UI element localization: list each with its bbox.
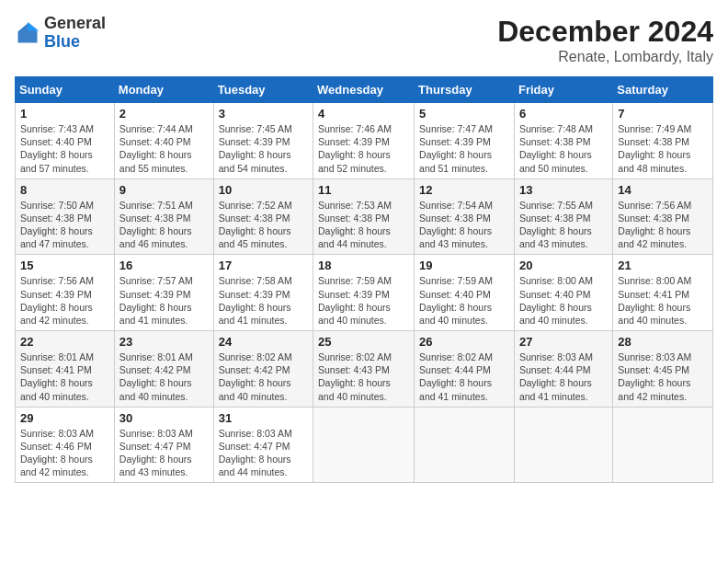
day-cell: 7Sunrise: 7:49 AMSunset: 4:38 PMDaylight… (613, 103, 713, 179)
day-detail: Sunrise: 7:56 AMSunset: 4:39 PMDaylight:… (20, 274, 109, 327)
day-detail: Sunrise: 7:52 AMSunset: 4:38 PMDaylight:… (219, 199, 308, 251)
column-header-wednesday: Wednesday (313, 77, 415, 103)
day-cell: 29Sunrise: 8:03 AMSunset: 4:46 PMDayligh… (16, 407, 115, 483)
day-number: 9 (119, 183, 209, 197)
day-cell: 2Sunrise: 7:44 AMSunset: 4:40 PMDaylight… (114, 103, 213, 179)
day-cell: 11Sunrise: 7:53 AMSunset: 4:38 PMDayligh… (313, 178, 415, 255)
week-row-3: 15Sunrise: 7:56 AMSunset: 4:39 PMDayligh… (16, 255, 713, 331)
logo-text: General Blue (44, 15, 106, 52)
day-cell: 28Sunrise: 8:03 AMSunset: 4:45 PMDayligh… (613, 331, 713, 408)
day-cell: 22Sunrise: 8:01 AMSunset: 4:41 PMDayligh… (16, 331, 115, 408)
week-row-2: 8Sunrise: 7:50 AMSunset: 4:38 PMDaylight… (16, 178, 713, 255)
week-row-4: 22Sunrise: 8:01 AMSunset: 4:41 PMDayligh… (16, 331, 713, 408)
day-number: 8 (20, 183, 109, 197)
day-number: 13 (519, 183, 608, 197)
month-title: December 2024 (497, 15, 713, 49)
day-number: 12 (419, 183, 509, 197)
day-detail: Sunrise: 7:44 AMSunset: 4:40 PMDaylight:… (119, 122, 209, 175)
day-number: 15 (20, 259, 109, 272)
day-number: 29 (20, 411, 109, 425)
day-number: 18 (318, 259, 409, 272)
column-header-tuesday: Tuesday (213, 77, 313, 103)
day-cell: 3Sunrise: 7:45 AMSunset: 4:39 PMDaylight… (213, 103, 313, 179)
day-number: 4 (318, 107, 409, 121)
day-cell: 6Sunrise: 7:48 AMSunset: 4:38 PMDaylight… (514, 103, 612, 179)
day-detail: Sunrise: 7:59 AMSunset: 4:39 PMDaylight:… (318, 274, 409, 327)
day-number: 2 (119, 107, 209, 121)
column-header-saturday: Saturday (613, 77, 713, 103)
column-header-thursday: Thursday (415, 77, 515, 103)
day-detail: Sunrise: 7:53 AMSunset: 4:38 PMDaylight:… (318, 199, 409, 251)
day-number: 26 (419, 335, 509, 349)
logo: General Blue (15, 15, 106, 52)
calendar-table: SundayMondayTuesdayWednesdayThursdayFrid… (15, 76, 713, 483)
day-number: 1 (20, 107, 109, 121)
day-number: 24 (219, 335, 308, 349)
day-number: 19 (419, 259, 509, 272)
day-number: 21 (618, 259, 708, 272)
day-detail: Sunrise: 8:02 AMSunset: 4:43 PMDaylight:… (318, 350, 409, 403)
day-detail: Sunrise: 8:02 AMSunset: 4:42 PMDaylight:… (219, 350, 308, 403)
day-detail: Sunrise: 7:47 AMSunset: 4:39 PMDaylight:… (419, 122, 509, 175)
day-detail: Sunrise: 8:03 AMSunset: 4:47 PMDaylight:… (119, 427, 209, 479)
svg-marker-1 (28, 22, 39, 31)
logo-blue: Blue (44, 33, 106, 52)
day-cell: 12Sunrise: 7:54 AMSunset: 4:38 PMDayligh… (415, 178, 515, 255)
day-cell: 30Sunrise: 8:03 AMSunset: 4:47 PMDayligh… (114, 407, 213, 483)
day-number: 6 (519, 107, 608, 121)
calendar-body: 1Sunrise: 7:43 AMSunset: 4:40 PMDaylight… (16, 103, 713, 483)
logo-general: General (44, 15, 106, 33)
day-number: 7 (618, 107, 708, 121)
day-detail: Sunrise: 7:46 AMSunset: 4:39 PMDaylight:… (318, 122, 409, 175)
day-cell: 20Sunrise: 8:00 AMSunset: 4:40 PMDayligh… (514, 255, 612, 331)
day-cell: 4Sunrise: 7:46 AMSunset: 4:39 PMDaylight… (313, 103, 415, 179)
day-cell: 19Sunrise: 7:59 AMSunset: 4:40 PMDayligh… (415, 255, 515, 331)
day-number: 20 (519, 259, 608, 272)
column-header-friday: Friday (514, 77, 612, 103)
day-detail: Sunrise: 8:03 AMSunset: 4:47 PMDaylight:… (219, 427, 308, 479)
day-cell: 26Sunrise: 8:02 AMSunset: 4:44 PMDayligh… (415, 331, 515, 408)
day-number: 27 (519, 335, 608, 349)
day-cell: 31Sunrise: 8:03 AMSunset: 4:47 PMDayligh… (213, 407, 313, 483)
day-number: 10 (219, 183, 308, 197)
day-detail: Sunrise: 7:51 AMSunset: 4:38 PMDaylight:… (119, 199, 209, 251)
day-cell (415, 407, 515, 483)
day-detail: Sunrise: 8:03 AMSunset: 4:45 PMDaylight:… (618, 350, 708, 403)
day-cell: 10Sunrise: 7:52 AMSunset: 4:38 PMDayligh… (213, 178, 313, 255)
day-number: 11 (318, 183, 409, 197)
logo-icon (15, 20, 40, 46)
day-detail: Sunrise: 7:54 AMSunset: 4:38 PMDaylight:… (419, 199, 509, 251)
location: Renate, Lombardy, Italy (497, 49, 713, 65)
header-row: SundayMondayTuesdayWednesdayThursdayFrid… (16, 77, 713, 103)
week-row-1: 1Sunrise: 7:43 AMSunset: 4:40 PMDaylight… (16, 103, 713, 179)
column-header-sunday: Sunday (16, 77, 115, 103)
day-number: 5 (419, 107, 509, 121)
day-detail: Sunrise: 8:02 AMSunset: 4:44 PMDaylight:… (419, 350, 509, 403)
day-cell: 25Sunrise: 8:02 AMSunset: 4:43 PMDayligh… (313, 331, 415, 408)
day-number: 23 (119, 335, 209, 349)
day-detail: Sunrise: 7:58 AMSunset: 4:39 PMDaylight:… (219, 274, 308, 327)
day-number: 30 (119, 411, 209, 425)
day-number: 17 (219, 259, 308, 272)
day-cell: 21Sunrise: 8:00 AMSunset: 4:41 PMDayligh… (613, 255, 713, 331)
day-detail: Sunrise: 7:56 AMSunset: 4:38 PMDaylight:… (618, 199, 708, 251)
day-detail: Sunrise: 7:59 AMSunset: 4:40 PMDaylight:… (419, 274, 509, 327)
day-cell: 15Sunrise: 7:56 AMSunset: 4:39 PMDayligh… (16, 255, 115, 331)
header: General Blue December 2024 Renate, Lomba… (15, 15, 713, 65)
day-cell: 8Sunrise: 7:50 AMSunset: 4:38 PMDaylight… (16, 178, 115, 255)
day-detail: Sunrise: 8:00 AMSunset: 4:40 PMDaylight:… (519, 274, 608, 327)
calendar-header: SundayMondayTuesdayWednesdayThursdayFrid… (16, 77, 713, 103)
day-number: 28 (618, 335, 708, 349)
day-detail: Sunrise: 8:00 AMSunset: 4:41 PMDaylight:… (618, 274, 708, 327)
day-cell: 9Sunrise: 7:51 AMSunset: 4:38 PMDaylight… (114, 178, 213, 255)
day-detail: Sunrise: 7:48 AMSunset: 4:38 PMDaylight:… (519, 122, 608, 175)
day-cell (613, 407, 713, 483)
day-detail: Sunrise: 7:49 AMSunset: 4:38 PMDaylight:… (618, 122, 708, 175)
column-header-monday: Monday (114, 77, 213, 103)
week-row-5: 29Sunrise: 8:03 AMSunset: 4:46 PMDayligh… (16, 407, 713, 483)
day-cell: 14Sunrise: 7:56 AMSunset: 4:38 PMDayligh… (613, 178, 713, 255)
day-number: 16 (119, 259, 209, 272)
day-cell: 16Sunrise: 7:57 AMSunset: 4:39 PMDayligh… (114, 255, 213, 331)
day-cell (313, 407, 415, 483)
day-number: 25 (318, 335, 409, 349)
